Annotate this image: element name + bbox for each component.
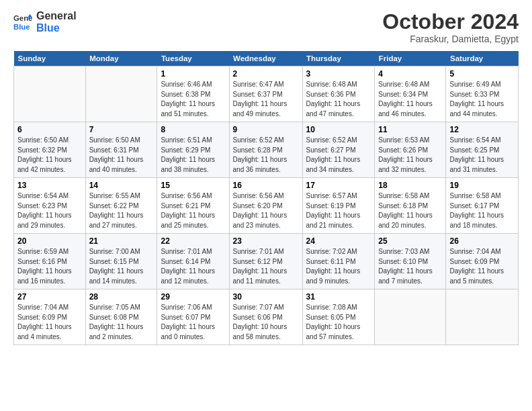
day-cell: 18Sunrise: 6:58 AMSunset: 6:18 PMDayligh… (375, 178, 446, 234)
day-number: 10 (306, 125, 371, 134)
day-number: 31 (306, 292, 371, 302)
day-cell: 12Sunrise: 6:54 AMSunset: 6:25 PMDayligh… (446, 122, 519, 178)
day-info: Sunrise: 7:01 AMSunset: 6:14 PMDaylight:… (161, 247, 225, 286)
day-cell: 8Sunrise: 6:51 AMSunset: 6:29 PMDaylight… (157, 122, 229, 178)
weekday-wednesday: Wednesday (229, 51, 302, 66)
day-number: 15 (161, 181, 225, 190)
day-cell: 3Sunrise: 6:48 AMSunset: 6:36 PMDaylight… (302, 66, 375, 122)
day-info: Sunrise: 7:05 AMSunset: 6:08 PMDaylight:… (89, 303, 154, 342)
day-number: 22 (161, 236, 225, 246)
day-cell: 9Sunrise: 6:52 AMSunset: 6:28 PMDaylight… (229, 122, 302, 178)
day-number: 13 (17, 181, 82, 190)
day-cell: 15Sunrise: 6:56 AMSunset: 6:21 PMDayligh… (157, 178, 229, 234)
logo-icon: General Blue (13, 13, 32, 32)
day-info: Sunrise: 6:46 AMSunset: 6:38 PMDaylight:… (161, 80, 225, 119)
day-cell: 27Sunrise: 7:04 AMSunset: 6:09 PMDayligh… (14, 289, 86, 345)
day-cell: 5Sunrise: 6:49 AMSunset: 6:33 PMDaylight… (446, 66, 519, 122)
day-info: Sunrise: 6:47 AMSunset: 6:37 PMDaylight:… (233, 80, 299, 119)
day-number: 19 (449, 181, 515, 190)
day-info: Sunrise: 7:06 AMSunset: 6:07 PMDaylight:… (161, 303, 225, 342)
location: Faraskur, Damietta, Egypt (382, 34, 519, 44)
day-info: Sunrise: 6:50 AMSunset: 6:31 PMDaylight:… (89, 136, 154, 175)
day-info: Sunrise: 7:02 AMSunset: 6:11 PMDaylight:… (306, 247, 371, 286)
weekday-friday: Friday (375, 51, 446, 66)
day-cell: 1Sunrise: 6:46 AMSunset: 6:38 PMDaylight… (157, 66, 229, 122)
day-info: Sunrise: 7:07 AMSunset: 6:06 PMDaylight:… (233, 303, 299, 342)
logo-general: General (36, 10, 77, 22)
day-info: Sunrise: 6:50 AMSunset: 6:32 PMDaylight:… (17, 136, 82, 175)
day-cell: 31Sunrise: 7:08 AMSunset: 6:05 PMDayligh… (302, 289, 375, 345)
day-number: 18 (378, 181, 442, 190)
logo: General Blue General Blue (13, 10, 77, 34)
day-cell: 30Sunrise: 7:07 AMSunset: 6:06 PMDayligh… (229, 289, 302, 345)
day-number: 25 (378, 236, 442, 246)
weekday-thursday: Thursday (302, 51, 375, 66)
day-cell: 25Sunrise: 7:03 AMSunset: 6:10 PMDayligh… (375, 234, 446, 289)
day-cell: 10Sunrise: 6:52 AMSunset: 6:27 PMDayligh… (302, 122, 375, 178)
day-info: Sunrise: 6:56 AMSunset: 6:20 PMDaylight:… (233, 191, 299, 230)
day-info: Sunrise: 6:53 AMSunset: 6:26 PMDaylight:… (378, 136, 442, 175)
day-info: Sunrise: 6:48 AMSunset: 6:36 PMDaylight:… (306, 80, 371, 119)
day-number: 12 (449, 125, 515, 134)
day-number: 20 (17, 236, 82, 246)
weekday-header-row: SundayMondayTuesdayWednesdayThursdayFrid… (14, 51, 519, 66)
day-number: 9 (233, 125, 299, 134)
week-row-2: 6Sunrise: 6:50 AMSunset: 6:32 PMDaylight… (14, 122, 519, 178)
day-number: 24 (306, 236, 371, 246)
day-number: 30 (233, 292, 299, 302)
day-info: Sunrise: 6:51 AMSunset: 6:29 PMDaylight:… (161, 136, 225, 175)
day-number: 5 (449, 69, 515, 79)
day-number: 14 (89, 181, 154, 190)
logo-blue: Blue (36, 22, 77, 34)
day-cell: 28Sunrise: 7:05 AMSunset: 6:08 PMDayligh… (85, 289, 157, 345)
svg-text:Blue: Blue (13, 22, 30, 30)
day-number: 8 (161, 125, 225, 134)
day-info: Sunrise: 6:55 AMSunset: 6:22 PMDaylight:… (89, 191, 154, 230)
day-info: Sunrise: 7:03 AMSunset: 6:10 PMDaylight:… (378, 247, 442, 286)
day-cell: 26Sunrise: 7:04 AMSunset: 6:09 PMDayligh… (446, 234, 519, 289)
day-cell: 29Sunrise: 7:06 AMSunset: 6:07 PMDayligh… (157, 289, 229, 345)
day-number: 6 (17, 125, 82, 134)
day-cell: 13Sunrise: 6:54 AMSunset: 6:23 PMDayligh… (14, 178, 86, 234)
month-title: October 2024 (382, 10, 519, 34)
day-cell: 11Sunrise: 6:53 AMSunset: 6:26 PMDayligh… (375, 122, 446, 178)
week-row-5: 27Sunrise: 7:04 AMSunset: 6:09 PMDayligh… (14, 289, 519, 345)
day-cell: 19Sunrise: 6:58 AMSunset: 6:17 PMDayligh… (446, 178, 519, 234)
day-number: 16 (233, 181, 299, 190)
day-info: Sunrise: 6:52 AMSunset: 6:28 PMDaylight:… (233, 136, 299, 175)
week-row-4: 20Sunrise: 6:59 AMSunset: 6:16 PMDayligh… (14, 234, 519, 289)
day-number: 7 (89, 125, 154, 134)
day-cell: 2Sunrise: 6:47 AMSunset: 6:37 PMDaylight… (229, 66, 302, 122)
day-info: Sunrise: 7:04 AMSunset: 6:09 PMDaylight:… (449, 247, 515, 286)
day-number: 3 (306, 69, 371, 79)
calendar-table: SundayMondayTuesdayWednesdayThursdayFrid… (13, 51, 519, 345)
day-cell (446, 289, 519, 345)
day-info: Sunrise: 7:00 AMSunset: 6:15 PMDaylight:… (89, 247, 154, 286)
day-number: 17 (306, 181, 371, 190)
day-info: Sunrise: 6:59 AMSunset: 6:16 PMDaylight:… (17, 247, 82, 286)
day-number: 4 (378, 69, 442, 79)
day-info: Sunrise: 6:56 AMSunset: 6:21 PMDaylight:… (161, 191, 225, 230)
day-info: Sunrise: 6:58 AMSunset: 6:18 PMDaylight:… (378, 191, 442, 230)
day-info: Sunrise: 6:49 AMSunset: 6:33 PMDaylight:… (449, 80, 515, 119)
day-number: 11 (378, 125, 442, 134)
week-row-3: 13Sunrise: 6:54 AMSunset: 6:23 PMDayligh… (14, 178, 519, 234)
day-info: Sunrise: 6:54 AMSunset: 6:25 PMDaylight:… (449, 136, 515, 175)
day-info: Sunrise: 6:58 AMSunset: 6:17 PMDaylight:… (449, 191, 515, 230)
day-cell: 4Sunrise: 6:48 AMSunset: 6:34 PMDaylight… (375, 66, 446, 122)
day-number: 26 (449, 236, 515, 246)
day-info: Sunrise: 6:52 AMSunset: 6:27 PMDaylight:… (306, 136, 371, 175)
weekday-tuesday: Tuesday (157, 51, 229, 66)
day-cell (85, 66, 157, 122)
day-cell: 14Sunrise: 6:55 AMSunset: 6:22 PMDayligh… (85, 178, 157, 234)
day-cell: 22Sunrise: 7:01 AMSunset: 6:14 PMDayligh… (157, 234, 229, 289)
day-number: 23 (233, 236, 299, 246)
day-cell: 17Sunrise: 6:57 AMSunset: 6:19 PMDayligh… (302, 178, 375, 234)
day-cell (14, 66, 86, 122)
title-block: October 2024 Faraskur, Damietta, Egypt (382, 10, 519, 44)
day-info: Sunrise: 6:48 AMSunset: 6:34 PMDaylight:… (378, 80, 442, 119)
weekday-monday: Monday (85, 51, 157, 66)
day-cell: 23Sunrise: 7:01 AMSunset: 6:12 PMDayligh… (229, 234, 302, 289)
day-number: 27 (17, 292, 82, 302)
page: General Blue General Blue October 2024 F… (0, 0, 532, 411)
